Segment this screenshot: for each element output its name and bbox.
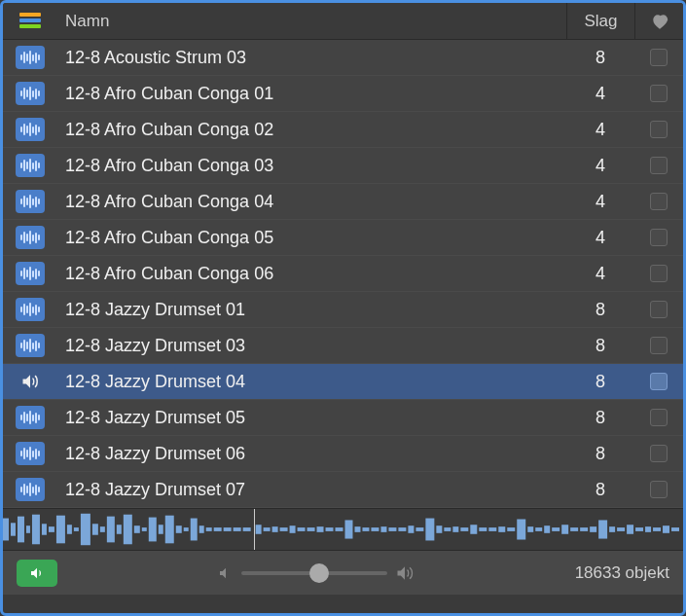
preview-play-button[interactable] xyxy=(17,560,57,587)
loop-row[interactable]: 12-8 Jazzy Drumset 038 xyxy=(3,328,683,364)
loop-row[interactable]: 12-8 Afro Cuban Conga 024 xyxy=(3,112,683,148)
svg-rect-33 xyxy=(280,527,288,531)
svg-rect-75 xyxy=(663,525,669,533)
favorite-checkbox[interactable] xyxy=(650,409,668,426)
loop-row[interactable]: 12-8 Afro Cuban Conga 014 xyxy=(3,76,683,112)
audio-loop-icon xyxy=(16,406,45,429)
loop-row[interactable]: 12-8 Acoustic Strum 038 xyxy=(3,40,683,76)
loop-row[interactable]: 12-8 Jazzy Drumset 048 xyxy=(3,364,683,400)
svg-rect-43 xyxy=(371,527,379,531)
row-type-icon-cell[interactable] xyxy=(3,406,57,429)
favorite-cell[interactable] xyxy=(634,373,683,390)
loop-row[interactable]: 12-8 Jazzy Drumset 058 xyxy=(3,400,683,436)
favorite-checkbox[interactable] xyxy=(650,373,668,390)
svg-rect-30 xyxy=(256,525,262,534)
svg-rect-35 xyxy=(298,527,306,531)
svg-rect-16 xyxy=(134,525,140,533)
loop-beats: 4 xyxy=(566,264,634,284)
favorite-checkbox[interactable] xyxy=(650,481,668,498)
favorite-checkbox[interactable] xyxy=(650,301,668,318)
loop-row[interactable]: 12-8 Afro Cuban Conga 044 xyxy=(3,184,683,220)
loop-beats: 8 xyxy=(566,336,634,356)
audio-loop-icon xyxy=(16,118,45,141)
volume-control xyxy=(71,563,561,583)
row-type-icon-cell[interactable] xyxy=(3,154,57,177)
row-type-icon-cell[interactable] xyxy=(3,334,57,357)
volume-slider-thumb[interactable] xyxy=(309,563,329,583)
svg-rect-63 xyxy=(552,527,560,531)
waveform-preview[interactable] xyxy=(3,508,683,551)
column-header-beats[interactable]: Slag xyxy=(566,3,634,39)
row-type-icon-cell[interactable] xyxy=(3,118,57,141)
table-header: Namn Slag xyxy=(3,3,683,40)
svg-rect-48 xyxy=(415,527,423,531)
favorite-checkbox[interactable] xyxy=(650,337,668,354)
svg-rect-11 xyxy=(92,524,98,534)
row-type-icon-cell[interactable] xyxy=(3,298,57,321)
favorite-cell[interactable] xyxy=(634,49,683,66)
svg-rect-28 xyxy=(234,527,241,531)
favorite-cell[interactable] xyxy=(634,337,683,354)
loop-row[interactable]: 12-8 Jazzy Drumset 078 xyxy=(3,472,683,508)
svg-rect-9 xyxy=(74,527,79,531)
row-type-icon-cell[interactable] xyxy=(3,226,57,249)
favorite-cell[interactable] xyxy=(634,265,683,282)
loop-row[interactable]: 12-8 Afro Cuban Conga 034 xyxy=(3,148,683,184)
column-header-name[interactable]: Namn xyxy=(57,12,566,31)
row-type-icon-cell[interactable] xyxy=(3,82,57,105)
audio-loop-icon xyxy=(16,298,45,321)
view-mode-button[interactable] xyxy=(3,13,57,30)
playhead[interactable] xyxy=(254,509,255,550)
favorite-checkbox[interactable] xyxy=(650,157,668,174)
svg-rect-72 xyxy=(635,527,643,531)
favorite-cell[interactable] xyxy=(634,85,683,102)
favorite-cell[interactable] xyxy=(634,301,683,318)
svg-rect-39 xyxy=(336,527,343,531)
svg-rect-52 xyxy=(452,526,458,532)
loop-row[interactable]: 12-8 Afro Cuban Conga 054 xyxy=(3,220,683,256)
favorite-checkbox[interactable] xyxy=(650,121,668,138)
favorite-cell[interactable] xyxy=(634,481,683,498)
svg-rect-34 xyxy=(290,525,296,533)
favorite-checkbox[interactable] xyxy=(650,193,668,210)
loop-beats: 4 xyxy=(566,228,634,248)
audio-loop-icon xyxy=(16,478,45,501)
row-type-icon-cell[interactable] xyxy=(3,190,57,213)
favorite-checkbox[interactable] xyxy=(650,229,668,246)
svg-rect-58 xyxy=(507,527,515,531)
svg-rect-71 xyxy=(627,525,633,534)
loop-name: 12-8 Jazzy Drumset 06 xyxy=(57,444,566,464)
loop-row[interactable]: 12-8 Afro Cuban Conga 064 xyxy=(3,256,683,292)
loop-name: 12-8 Afro Cuban Conga 05 xyxy=(57,228,566,248)
favorite-checkbox[interactable] xyxy=(650,49,668,66)
volume-slider[interactable] xyxy=(241,571,387,575)
svg-rect-76 xyxy=(671,527,679,531)
svg-rect-69 xyxy=(609,526,615,532)
favorite-cell[interactable] xyxy=(634,121,683,138)
row-type-icon-cell[interactable] xyxy=(3,262,57,285)
row-type-icon-cell[interactable] xyxy=(3,478,57,501)
row-type-icon-cell[interactable] xyxy=(3,46,57,69)
svg-rect-70 xyxy=(617,527,625,531)
column-header-favorite[interactable] xyxy=(634,3,683,39)
volume-low-icon xyxy=(218,565,234,581)
svg-rect-32 xyxy=(272,526,278,532)
volume-high-icon xyxy=(395,563,415,583)
row-type-icon-cell[interactable] xyxy=(3,370,57,393)
row-type-icon-cell[interactable] xyxy=(3,442,57,465)
loop-row[interactable]: 12-8 Jazzy Drumset 068 xyxy=(3,436,683,472)
favorite-checkbox[interactable] xyxy=(650,265,668,282)
favorite-checkbox[interactable] xyxy=(650,85,668,102)
svg-rect-59 xyxy=(517,520,525,540)
favorite-cell[interactable] xyxy=(634,157,683,174)
favorite-cell[interactable] xyxy=(634,193,683,210)
favorite-cell[interactable] xyxy=(634,445,683,462)
loop-name: 12-8 Jazzy Drumset 01 xyxy=(57,300,566,320)
loop-name: 12-8 Afro Cuban Conga 03 xyxy=(57,156,566,176)
loop-row[interactable]: 12-8 Jazzy Drumset 018 xyxy=(3,292,683,328)
svg-rect-19 xyxy=(159,525,163,534)
favorite-cell[interactable] xyxy=(634,409,683,426)
favorite-cell[interactable] xyxy=(634,229,683,246)
favorite-checkbox[interactable] xyxy=(650,445,668,462)
loop-name: 12-8 Afro Cuban Conga 04 xyxy=(57,192,566,212)
